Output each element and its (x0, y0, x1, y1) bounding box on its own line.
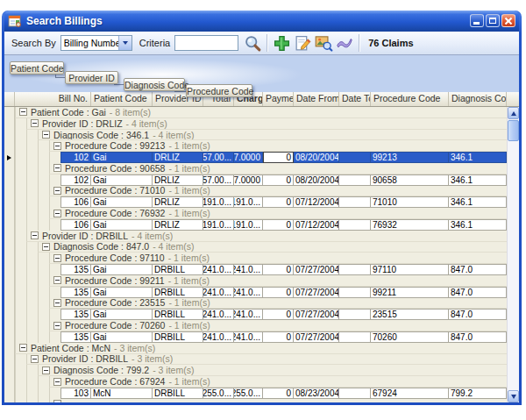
cell[interactable]: 67924 (371, 388, 449, 399)
cell[interactable] (339, 219, 371, 231)
group-row[interactable]: Procedure Code : 67924- 1 item(s) (4, 376, 507, 388)
cell[interactable]: 57.0000 (234, 174, 263, 186)
collapse-icon[interactable] (53, 299, 61, 307)
group-chip-provider-id[interactable]: Provider ID (65, 71, 118, 84)
cell[interactable]: 346.1 (449, 174, 507, 186)
cell[interactable]: 241.0... (234, 264, 263, 275)
search-button[interactable] (243, 33, 262, 53)
group-row[interactable]: Procedure Code : 71010- 1 item(s) (4, 186, 507, 197)
group-row[interactable]: Diagnosis Code : 847.0- 4 item(s) (4, 242, 507, 253)
cell[interactable] (339, 174, 371, 186)
row-indicator[interactable] (4, 388, 15, 399)
cell[interactable]: 99213 (371, 152, 449, 163)
cell[interactable]: 255.0... (234, 388, 263, 399)
group-row[interactable] (4, 399, 507, 402)
row-indicator[interactable] (4, 130, 15, 141)
collapse-icon[interactable] (42, 243, 50, 251)
cell[interactable]: 71010 (371, 196, 449, 208)
cell[interactable]: 08/20/2004 (294, 174, 339, 186)
row-indicator[interactable] (4, 152, 15, 163)
preview-button[interactable] (314, 33, 333, 53)
group-row[interactable]: Procedure Code : 70260- 1 item(s) (4, 320, 507, 331)
group-cell[interactable]: Procedure Code : 67924- 1 item(s) (49, 376, 507, 388)
cell[interactable]: 07/27/2004 (294, 264, 339, 275)
collapse-icon[interactable] (42, 131, 50, 139)
row-indicator[interactable] (4, 298, 15, 310)
cell[interactable]: 102 (60, 152, 91, 163)
cell[interactable]: Gai (91, 174, 153, 186)
row-indicator[interactable] (4, 365, 15, 376)
group-cell[interactable]: Procedure Code : 71010- 1 item(s) (49, 186, 507, 197)
header-cell[interactable]: Diagnosis Code (449, 92, 507, 106)
table-row[interactable]: 135GaiDRBILL241.0...241.0...007/27/20042… (4, 309, 507, 320)
group-cell[interactable]: Procedure Code : 99211- 1 item(s) (49, 275, 507, 287)
cell[interactable]: DRBILL (153, 309, 203, 320)
cell[interactable]: 847.0 (449, 287, 507, 298)
row-indicator[interactable] (4, 118, 15, 130)
row-indicator[interactable] (4, 309, 15, 320)
scroll-up-button[interactable] (508, 107, 519, 119)
group-cell[interactable]: Patient Code : McN- 3 item(s) (15, 343, 507, 354)
cell[interactable]: 99211 (371, 287, 449, 298)
cell[interactable]: McN (91, 388, 153, 399)
row-indicator[interactable] (4, 253, 15, 264)
collapse-icon[interactable] (53, 400, 61, 402)
group-row[interactable]: Procedure Code : 76932- 1 item(s) (4, 208, 507, 219)
cell[interactable]: 97110 (371, 264, 449, 275)
cell[interactable]: 191.0... (234, 196, 263, 208)
cell[interactable]: Gai (91, 331, 153, 343)
group-cell[interactable]: Procedure Code : 90658- 1 item(s) (49, 163, 507, 174)
cell[interactable]: Gai (91, 264, 153, 275)
cell[interactable]: 0 (263, 388, 294, 399)
group-row[interactable]: Patient Code : Gai- 8 item(s) (4, 107, 507, 118)
row-indicator[interactable] (4, 231, 15, 242)
search-by-select[interactable]: Billing Number (60, 35, 132, 51)
cell[interactable]: 241.0... (203, 309, 234, 320)
group-cell[interactable]: Provider ID : DRLIZ- 4 item(s) (26, 118, 507, 130)
row-indicator[interactable] (4, 331, 15, 343)
row-indicator[interactable] (4, 140, 15, 152)
row-indicator[interactable] (4, 107, 15, 118)
cell[interactable]: 191.0... (234, 219, 263, 231)
group-cell[interactable]: Procedure Code : 23515- 1 item(s) (49, 298, 507, 310)
group-chip-patient-code[interactable]: Patient Code (10, 61, 64, 75)
cell[interactable] (339, 264, 371, 275)
cell[interactable]: 799.2 (449, 388, 507, 399)
group-cell[interactable]: Procedure Code : 76932- 1 item(s) (49, 208, 507, 219)
cell[interactable]: 346.1 (449, 196, 507, 208)
cell[interactable]: 847.0 (449, 264, 507, 275)
cell[interactable]: 241.0... (234, 331, 263, 343)
collapse-icon[interactable] (31, 119, 39, 127)
edit-button[interactable] (293, 33, 312, 53)
row-indicator[interactable] (4, 287, 15, 298)
cell[interactable]: 90658 (371, 174, 449, 186)
collapse-icon[interactable] (53, 378, 61, 386)
cell[interactable]: 241.0... (203, 287, 234, 298)
cell[interactable]: DRBILL (153, 264, 203, 275)
group-row[interactable]: Patient Code : McN- 3 item(s) (4, 343, 507, 354)
cell[interactable]: DRLIZ (153, 196, 203, 208)
table-row[interactable]: 135GaiDRBILL241.0...241.0...007/27/20049… (4, 264, 507, 275)
collapse-icon[interactable] (53, 142, 61, 150)
cell[interactable] (339, 309, 371, 320)
header-cell[interactable]: Date To (339, 92, 371, 106)
combo-dropdown-button[interactable] (118, 36, 132, 50)
add-button[interactable] (272, 33, 291, 53)
cell[interactable]: Gai (91, 152, 153, 163)
collapse-icon[interactable] (53, 210, 61, 217)
cell[interactable]: 0 (263, 196, 294, 208)
row-indicator[interactable] (4, 343, 15, 354)
group-row[interactable]: Provider ID : DRBILL- 3 item(s) (4, 354, 507, 366)
table-row[interactable]: 103McNDRBILL255.0...255.0...008/23/20046… (4, 388, 507, 399)
cell[interactable]: Gai (91, 219, 153, 231)
cell[interactable]: 106 (60, 196, 91, 208)
cell[interactable]: 0 (263, 264, 294, 275)
cell[interactable]: 70260 (371, 331, 449, 343)
row-indicator[interactable] (4, 242, 15, 253)
row-indicator[interactable] (4, 208, 15, 219)
group-row[interactable]: Procedure Code : 23515- 1 item(s) (4, 298, 507, 310)
cell[interactable]: 07/12/2004 (294, 196, 339, 208)
cell[interactable] (339, 152, 371, 163)
cell[interactable]: 76932 (371, 219, 449, 231)
cell[interactable]: 102 (60, 174, 91, 186)
